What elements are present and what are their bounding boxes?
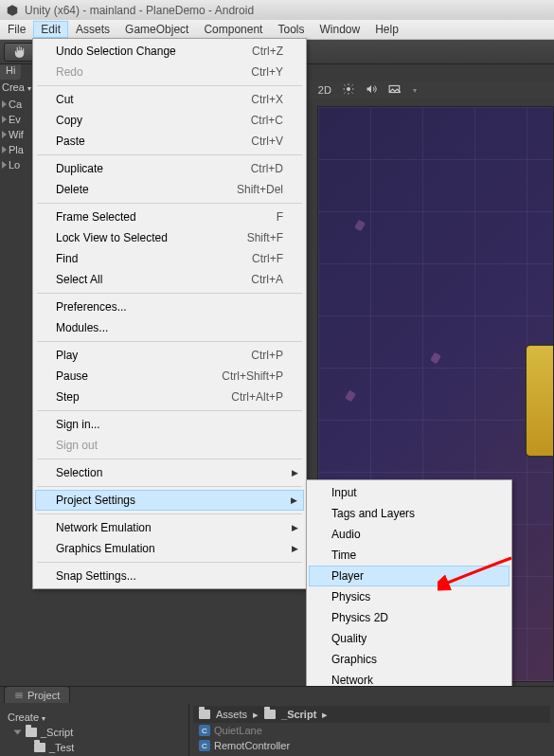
menu-bar: FileEditAssetsGameObjectComponentToolsWi… [0,20,554,40]
submenu-item-time[interactable]: Time [309,545,509,566]
menu-separator [37,410,302,411]
menu-component[interactable]: Component [196,21,270,38]
folder-icon [264,710,276,719]
scene-object [525,344,553,458]
submenu-arrow-icon: ▶ [292,523,298,532]
svg-line-5 [344,85,345,86]
csharp-script-icon: C [199,740,210,751]
scene-2d-toggle[interactable]: 2D [318,84,331,96]
menu-help[interactable]: Help [367,21,406,38]
lighting-toggle-icon[interactable] [343,83,354,97]
fx-toggle-icon[interactable] [388,83,402,97]
hierarchy-item[interactable]: Pla [0,144,33,159]
folder-icon [26,728,37,737]
menu-item-network-emulation[interactable]: Network Emulation▶ [35,517,304,538]
menu-item-snap-settings[interactable]: Snap Settings... [35,566,304,586]
menu-separator [37,293,302,294]
project-panel: Project Create ▾ _Script _Test Assets ▸ … [0,686,554,756]
hierarchy-item[interactable]: Lo [0,159,33,174]
submenu-arrow-icon: ▶ [292,468,298,477]
expand-icon[interactable] [2,131,7,138]
menu-separator [37,459,302,459]
submenu-item-input[interactable]: Input [309,482,509,503]
menu-item-sign-in[interactable]: Sign in... [35,414,304,435]
audio-toggle-icon[interactable] [366,83,377,97]
window-title: Unity (x64) - mainland - PlaneDemo - And… [25,4,254,17]
menu-separator [37,486,302,487]
menu-item-project-settings[interactable]: Project Settings▶ [35,490,304,511]
hierarchy-item[interactable]: Ev [0,114,33,129]
project-breadcrumb[interactable]: Assets ▸ _Script ▸ [193,706,550,723]
submenu-item-graphics[interactable]: Graphics [309,649,509,670]
menu-item-play[interactable]: PlayCtrl+P [35,345,304,366]
menu-item-delete[interactable]: DeleteShift+Del [35,179,304,200]
submenu-arrow-icon: ▶ [291,495,297,505]
menu-item-cut[interactable]: CutCtrl+X [35,89,304,110]
hierarchy-tab[interactable]: Hi [0,64,21,80]
expand-icon[interactable] [2,161,7,169]
expand-icon[interactable] [2,146,7,153]
svg-line-8 [344,93,345,94]
menu-window[interactable]: Window [312,21,367,38]
menu-separator [37,341,302,342]
chevron-right-icon: ▸ [253,709,259,721]
menu-item-redo: RedoCtrl+Y [35,62,304,82]
expand-icon[interactable] [14,730,22,735]
hierarchy-create-dropdown[interactable]: Crea ▾ [2,81,31,93]
menu-item-preferences[interactable]: Preferences... [35,297,304,317]
csharp-script-icon: C [199,725,210,736]
svg-point-0 [347,87,350,91]
menu-gameobject[interactable]: GameObject [117,21,196,38]
menu-separator [37,85,302,86]
project-content: Assets ▸ _Script ▸ C QuietLane C RemotCo… [189,704,554,756]
project-tab[interactable]: Project [4,686,70,703]
menu-item-select-all[interactable]: Select AllCtrl+A [35,269,304,290]
window-title-bar: Unity (x64) - mainland - PlaneDemo - And… [0,0,554,20]
project-create-dropdown[interactable]: Create ▾ [4,710,185,725]
menu-item-copy[interactable]: CopyCtrl+C [35,110,304,131]
folder-icon [34,743,45,752]
submenu-item-audio[interactable]: Audio [309,524,509,545]
menu-item-graphics-emulation[interactable]: Graphics Emulation▶ [35,538,304,559]
menu-assets[interactable]: Assets [68,21,117,38]
folder-row[interactable]: _Script [4,725,185,740]
asset-item[interactable]: C QuietLane [193,723,550,738]
menu-item-pause[interactable]: PauseCtrl+Shift+P [35,366,304,387]
menu-item-sign-out: Sign out [35,435,304,456]
menu-separator [37,203,302,204]
svg-line-7 [351,85,352,86]
edit-menu-dropdown: Undo Selection ChangeCtrl+ZRedoCtrl+YCut… [32,38,307,589]
menu-item-undo-selection-change[interactable]: Undo Selection ChangeCtrl+Z [35,41,304,62]
menu-tools[interactable]: Tools [270,21,312,38]
menu-edit[interactable]: Edit [33,21,68,38]
submenu-item-physics[interactable]: Physics [309,586,509,607]
submenu-item-player[interactable]: Player [309,566,509,586]
menu-item-find[interactable]: FindCtrl+F [35,248,304,269]
folder-row[interactable]: _Test [4,740,185,755]
hierarchy-item[interactable]: Ca [0,99,33,114]
unity-logo-icon [6,4,19,17]
submenu-item-quality[interactable]: Quality [309,628,509,649]
menu-file[interactable]: File [0,21,33,38]
menu-separator [37,513,302,514]
svg-line-6 [351,93,352,94]
scene-view-toolbar: | 2D ▾ [298,81,554,99]
expand-icon[interactable] [2,100,7,108]
menu-item-paste[interactable]: PasteCtrl+V [35,131,304,152]
menu-item-step[interactable]: StepCtrl+Alt+P [35,387,304,407]
submenu-arrow-icon: ▶ [292,544,298,553]
menu-item-duplicate[interactable]: DuplicateCtrl+D [35,158,304,179]
folder-icon [199,710,210,719]
submenu-item-tags-and-layers[interactable]: Tags and Layers [309,503,509,524]
asset-item[interactable]: C RemotController [193,738,550,753]
hand-tool-button[interactable] [4,43,34,62]
menu-item-frame-selected[interactable]: Frame SelectedF [35,207,304,227]
menu-separator [37,562,302,563]
expand-icon[interactable] [2,116,7,123]
hierarchy-item[interactable]: Wif [0,129,33,144]
menu-item-modules[interactable]: Modules... [35,317,304,338]
menu-separator [37,154,302,155]
menu-item-selection[interactable]: Selection▶ [35,462,304,483]
menu-item-lock-view-to-selected[interactable]: Lock View to SelectedShift+F [35,227,304,248]
submenu-item-physics-2d[interactable]: Physics 2D [309,607,509,628]
